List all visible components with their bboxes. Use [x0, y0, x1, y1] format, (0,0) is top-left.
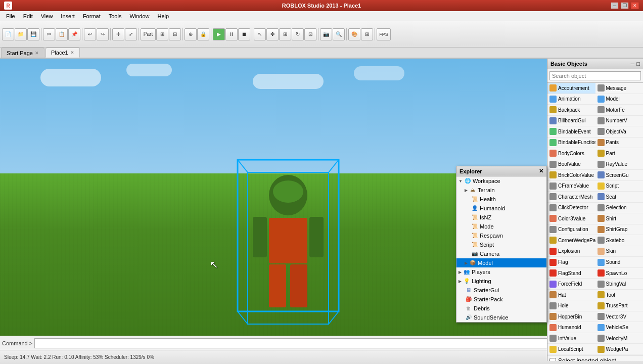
basic-objects-minimize[interactable]: ─	[631, 61, 635, 67]
basic-object-item-wedgepa[interactable]: WedgePa	[595, 344, 644, 355]
basic-object-item-vehiclese[interactable]: VehicleSe	[595, 322, 644, 333]
tab-place1[interactable]: Place1 ✕	[45, 48, 80, 58]
explorer-item-model[interactable]: ▶📦Model	[456, 258, 546, 267]
menu-file[interactable]: File	[2, 12, 19, 20]
explorer-item-lighting[interactable]: ▶💡Lighting	[456, 277, 546, 286]
menu-format[interactable]: Format	[79, 12, 105, 20]
basic-object-item-localscript[interactable]: LocalScript	[547, 344, 595, 355]
basic-object-item-brickcolorvalue[interactable]: BrickColorValue	[547, 170, 595, 181]
basic-object-item-color3value[interactable]: Color3Value	[547, 213, 595, 224]
basic-object-item-numberv[interactable]: NumberV	[595, 116, 644, 127]
new-button[interactable]: 📄	[2, 28, 14, 40]
basic-object-item-configuration[interactable]: Configuration	[547, 224, 595, 236]
basic-object-item-script[interactable]: Script	[595, 181, 644, 192]
explorer-arrow-players[interactable]: ▶	[458, 270, 462, 275]
explorer-item-debris[interactable]: 🗑Debris	[456, 304, 546, 313]
restore-button[interactable]: ❐	[621, 2, 629, 9]
minimize-button[interactable]: ─	[611, 2, 619, 9]
basic-object-item-skatebo[interactable]: Skatebo	[595, 235, 644, 246]
basic-object-item-bindablefunction[interactable]: BindableFunction	[547, 138, 595, 149]
basic-object-item-cornerwedgepart[interactable]: CornerWedgePart	[547, 235, 595, 246]
basic-objects-expand[interactable]: □	[636, 61, 640, 67]
zoom-in[interactable]: 🔍	[333, 28, 345, 40]
menu-view[interactable]: View	[37, 12, 57, 20]
pause-button[interactable]: ⏸	[225, 28, 238, 40]
explorer-item-health[interactable]: 📜Health	[456, 195, 546, 204]
open-button[interactable]: 📁	[15, 28, 27, 40]
select-inserted-checkbox[interactable]	[549, 358, 556, 361]
menu-window[interactable]: Window	[125, 12, 153, 20]
basic-object-item-stringval[interactable]: StringVal	[595, 279, 644, 290]
basic-object-item-hat[interactable]: Hat	[547, 290, 595, 301]
stop-button[interactable]: ⏹	[238, 28, 250, 40]
basic-object-item-objectva[interactable]: ObjectVa	[595, 126, 644, 138]
explorer-arrow-terrain[interactable]: ▶	[465, 188, 468, 193]
basic-object-item-shirt[interactable]: Shirt	[595, 213, 644, 224]
menu-insert[interactable]: Insert	[57, 12, 79, 20]
explorer-item-workspace[interactable]: ▼🌐Workspace	[456, 176, 546, 186]
cut-button[interactable]: ✂	[43, 28, 55, 40]
basic-object-item-screengu[interactable]: ScreenGu	[595, 170, 644, 181]
basic-object-item-animation[interactable]: Animation	[547, 94, 595, 105]
group-button[interactable]: ⊞	[156, 28, 168, 40]
basic-object-item-humanoid[interactable]: Humanoid	[547, 322, 595, 333]
menu-tools[interactable]: Tools	[105, 12, 126, 20]
tab-start-page[interactable]: Start Page ✕	[1, 48, 44, 58]
basic-object-item-hopperbin[interactable]: HopperBin	[547, 311, 595, 323]
move-button[interactable]: ✛	[112, 28, 124, 40]
undo-button[interactable]: ↩	[84, 28, 96, 40]
save-button[interactable]: 💾	[27, 28, 39, 40]
explorer-item-terrain[interactable]: ▶⛰Terrain	[456, 186, 546, 195]
explorer-item-soundservice[interactable]: 🔊SoundService	[456, 313, 546, 322]
basic-object-item-forcefield[interactable]: ForceField	[547, 279, 595, 290]
basic-object-item-seat[interactable]: Seat	[595, 192, 644, 203]
explorer-close[interactable]: ✕	[539, 168, 543, 174]
explorer-arrow-workspace[interactable]: ▼	[458, 179, 463, 184]
grid-button[interactable]: ⊞	[361, 28, 373, 40]
basic-object-item-intvalue[interactable]: IntValue	[547, 333, 595, 344]
explorer-item-starterpack[interactable]: 🎒StarterPack	[456, 295, 546, 304]
lock-button[interactable]: 🔒	[197, 28, 209, 40]
basic-object-item-velocitym[interactable]: VelocityM	[595, 333, 644, 344]
basic-object-item-model[interactable]: Model	[595, 94, 644, 105]
explorer-item-humanoid[interactable]: 👤Humanoid	[456, 204, 546, 213]
redo-button[interactable]: ↪	[97, 28, 109, 40]
explorer-item-camera[interactable]: 📷Camera	[456, 249, 546, 258]
basic-object-item-selection[interactable]: Selection	[595, 203, 644, 214]
tab-place1-close[interactable]: ✕	[70, 50, 74, 55]
explorer-item-respawn[interactable]: 📜Respawn	[456, 231, 546, 240]
play-button[interactable]: ▶	[213, 28, 225, 40]
basic-object-item-skin[interactable]: Skin	[595, 246, 644, 257]
close-button[interactable]: ✕	[631, 2, 639, 9]
basic-object-item-tool[interactable]: Tool	[595, 290, 644, 301]
scale-button[interactable]: ⤢	[125, 28, 137, 40]
basic-object-item-shirtgrap[interactable]: ShirtGrap	[595, 224, 644, 236]
basic-object-item-hole[interactable]: Hole	[547, 300, 595, 311]
basic-object-item-pants[interactable]: Pants	[595, 138, 644, 149]
explorer-arrow-lighting[interactable]: ▶	[458, 279, 462, 284]
search-input[interactable]	[549, 71, 641, 80]
basic-object-item-rayvalue[interactable]: RayValue	[595, 159, 644, 170]
basic-object-item-explosion[interactable]: Explosion	[547, 246, 595, 257]
basic-object-item-billboardgui[interactable]: BillboardGui	[547, 116, 595, 127]
basic-object-item-boolvalue[interactable]: BoolValue	[547, 159, 595, 170]
basic-object-item-part[interactable]: Part	[595, 148, 644, 159]
basic-object-item-message[interactable]: Message	[595, 83, 644, 94]
basic-object-item-charactermesh[interactable]: CharacterMesh	[547, 192, 595, 203]
explorer-item-mode[interactable]: 📜Mode	[456, 222, 546, 231]
move-tool[interactable]: ✤	[266, 28, 279, 40]
explorer-item-players[interactable]: ▶👥Players	[456, 267, 546, 277]
explorer-arrow-model[interactable]: ▶	[465, 261, 468, 265]
paste-button[interactable]: 📌	[68, 28, 80, 40]
transform-tool[interactable]: ⊡	[304, 28, 316, 40]
basic-object-item-motorfe[interactable]: MotorFe	[595, 105, 644, 116]
menu-help[interactable]: Help	[154, 12, 173, 20]
scale-tool[interactable]: ⊞	[279, 28, 291, 40]
basic-object-item-cframevalue[interactable]: CFrameValue	[547, 181, 595, 192]
basic-object-item-clickdetector[interactable]: ClickDetector	[547, 203, 595, 214]
rotate-tool[interactable]: ↻	[292, 28, 304, 40]
basic-object-item-vector3v[interactable]: Vector3V	[595, 311, 644, 323]
basic-object-item-flagstand[interactable]: FlagStand	[547, 268, 595, 279]
insert-part-button[interactable]: Part	[141, 28, 156, 40]
explorer-item-script[interactable]: 📜Script	[456, 240, 546, 249]
